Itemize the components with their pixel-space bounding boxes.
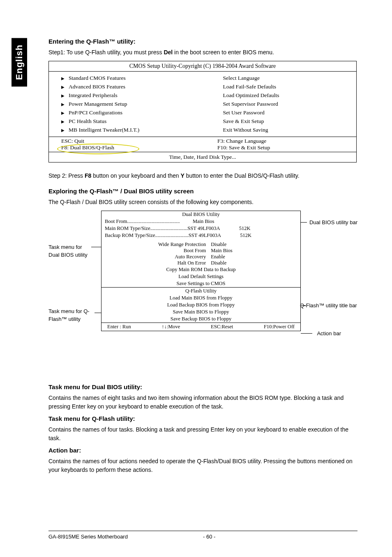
setting-value: Disable	[211, 241, 226, 248]
menu-item[interactable]: ▶PC Health Status	[61, 117, 213, 126]
menu-item[interactable]: ▶MB Intelligent Tweaker(M.I.T.)	[61, 126, 213, 135]
menu-label: Standard CMOS Features	[69, 75, 126, 81]
cmos-title: CMOS Setup Utility-Copyright (C) 1984-20…	[49, 61, 356, 72]
step1-para: Step1: To use Q-Flash utility, you must …	[48, 48, 357, 57]
callout-qf-bar: Q-Flash™ utility title bar	[300, 302, 357, 309]
qf-task[interactable]: Load Backup BIOS from Floppy	[101, 302, 300, 309]
menu-item[interactable]: Set User Password	[223, 109, 351, 117]
task-qf-para: Contains the names of four tasks. Blocki…	[48, 425, 357, 443]
explore-para: The Q-Flash / Dual BIOS utility screen c…	[48, 198, 357, 207]
cmos-key-hints: ESC: Quit F8: Dual BIOS/Q-Flash F3: Chan…	[49, 137, 356, 152]
setting-label: Boot From	[101, 248, 211, 254]
setting-label: Halt On Error	[101, 260, 211, 266]
triangle-icon: ▶	[61, 85, 65, 89]
callout-task-dual: Task menu for Dual BIOS utility	[48, 244, 94, 258]
triangle-icon: ▶	[61, 76, 65, 81]
cmos-left-col: ▶Standard CMOS Features ▶Advanced BIOS F…	[49, 72, 218, 137]
action-enter: Enter : Run	[107, 324, 131, 330]
backup-rom-line: Backup ROM Type/Size....................…	[101, 232, 300, 239]
key-hint: F3: Change Language	[217, 138, 356, 144]
key-hint: F10: Save & Exit Setup	[217, 144, 356, 151]
triangle-icon: ▶	[61, 119, 65, 124]
qf-task[interactable]: Load Main BIOS from Floppy	[101, 295, 300, 302]
key-hint: F8: Dual BIOS/Q-Flash	[61, 144, 215, 151]
action-esc: ESC:Reset	[211, 324, 233, 330]
menu-label: Advanced BIOS Features	[69, 84, 125, 90]
step1-pre: Step1: To use Q-Flash utility, you must …	[48, 49, 164, 56]
triangle-icon: ▶	[61, 102, 65, 107]
menu-item[interactable]: ▶Standard CMOS Features	[61, 74, 213, 83]
page-content: Entering the Q-Flash™ utility: Step1: To…	[48, 38, 357, 478]
step2-para: Step 2: Press F8 button on your keyboard…	[48, 172, 357, 180]
step1-key: Del	[164, 49, 173, 56]
explore-heading: Exploring the Q-Flash™ / Dual BIOS utili…	[48, 188, 357, 195]
action-heading: Action bar:	[48, 447, 357, 454]
step2-key2: Y	[180, 172, 184, 179]
entering-heading: Entering the Q-Flash™ utility:	[48, 38, 357, 45]
key-hint: ESC: Quit	[61, 138, 215, 144]
menu-item[interactable]: Load Optimized Defaults	[223, 91, 351, 100]
setting-value: Enable	[211, 254, 225, 260]
cmos-setup-box: CMOS Setup Utility-Copyright (C) 1984-20…	[48, 61, 357, 162]
callout-line	[95, 313, 101, 313]
setting-value: Main Bios	[211, 248, 232, 254]
language-tab: English	[12, 38, 27, 86]
page-footer: GA-8I915ME Series Motherboard - 60 -	[48, 531, 357, 540]
triangle-icon: ▶	[61, 93, 65, 98]
triangle-icon: ▶	[61, 128, 65, 132]
dual-bios-title: Dual BIOS Utility	[101, 211, 300, 218]
action-move: ↑↓:Move	[161, 324, 180, 330]
menu-label: Power Management Setup	[69, 101, 127, 107]
menu-item[interactable]: Select Language	[223, 74, 351, 83]
menu-item[interactable]: ▶Power Management Setup	[61, 100, 213, 109]
dual-task[interactable]: Copy Main ROM Data to Backup	[101, 266, 300, 273]
menu-item[interactable]: ▶PnP/PCI Configurations	[61, 109, 213, 117]
setting-row[interactable]: Halt On ErrorDisable	[101, 260, 300, 266]
task-qf-heading: Task menu for Q-Flash utility:	[48, 415, 357, 422]
cmos-foot: Time, Date, Hard Disk Type...	[49, 152, 356, 162]
action-bar: Enter : Run ↑↓:Move ESC:Reset F10:Power …	[101, 323, 300, 331]
triangle-icon: ▶	[61, 111, 65, 115]
setting-value: Disable	[211, 260, 226, 266]
step2-key1: F8	[85, 172, 91, 179]
menu-item[interactable]: ▶Integrated Peripherals	[61, 91, 213, 100]
menu-item[interactable]: ▶Advanced BIOS Features	[61, 83, 213, 91]
cmos-right-col: Select Language Load Fail-Safe Defaults …	[218, 72, 356, 137]
menu-label: Integrated Peripherals	[69, 92, 118, 98]
setting-label: Auto Recovery	[101, 254, 211, 260]
qflash-title: Q-Flash Utility	[101, 287, 300, 295]
menu-item[interactable]: Load Fail-Safe Defaults	[223, 83, 351, 91]
main-rom-line: Main ROM Type/Size......................…	[101, 225, 300, 232]
step2-mid: button on your keyboard and then	[91, 172, 180, 179]
qflash-diagram: Dual BIOS Utility Boot From.............…	[48, 211, 357, 375]
enter-title-text: Entering the Q-Flash™ utility:	[48, 38, 136, 45]
footer-page-number: - 60 -	[203, 534, 357, 540]
callout-action-bar: Action bar	[317, 330, 341, 337]
menu-label: MB Intelligent Tweaker(M.I.T.)	[69, 127, 139, 133]
qf-task[interactable]: Save Backup BIOS to Floppy	[101, 316, 300, 323]
setting-label: Wide Range Protection	[101, 241, 211, 248]
callout-line	[301, 222, 307, 223]
qf-task[interactable]: Save Main BIOS to Floppy	[101, 309, 300, 316]
callout-dual-bar: Dual BIOS utility bar	[309, 219, 357, 226]
step2-post: button to enter the Dual BIOS/Q-Flash ut…	[184, 172, 300, 179]
step1-post: in the boot screen to enter BIOS menu.	[173, 49, 274, 56]
callout-line	[301, 305, 306, 306]
menu-item[interactable]: Exit Without Saving	[223, 126, 351, 135]
dual-task[interactable]: Load Default Settings	[101, 273, 300, 280]
menu-item[interactable]: Set Supervisor Password	[223, 100, 351, 109]
step2-pre: Step 2: Press	[48, 172, 85, 179]
footer-left: GA-8I915ME Series Motherboard	[48, 534, 203, 540]
menu-item[interactable]: Save & Exit Setup	[223, 117, 351, 126]
callout-line	[91, 247, 101, 247]
menu-label: PC Health Status	[69, 118, 106, 124]
setting-row[interactable]: Auto RecoveryEnable	[101, 254, 300, 260]
setting-row[interactable]: Boot FromMain Bios	[101, 248, 300, 254]
action-f10: F10:Power Off	[264, 324, 295, 330]
task-dual-para: Contains the names of eight tasks and tw…	[48, 394, 357, 411]
qflash-box: Dual BIOS Utility Boot From.............…	[101, 211, 301, 331]
task-dual-heading: Task menu for Dual BIOS utility:	[48, 383, 357, 390]
dual-task[interactable]: Save Settings to CMOS	[101, 280, 300, 287]
setting-row[interactable]: Wide Range ProtectionDisable	[101, 241, 300, 248]
callout-task-qf: Task menu for Q-Flash™ utility	[48, 308, 98, 323]
